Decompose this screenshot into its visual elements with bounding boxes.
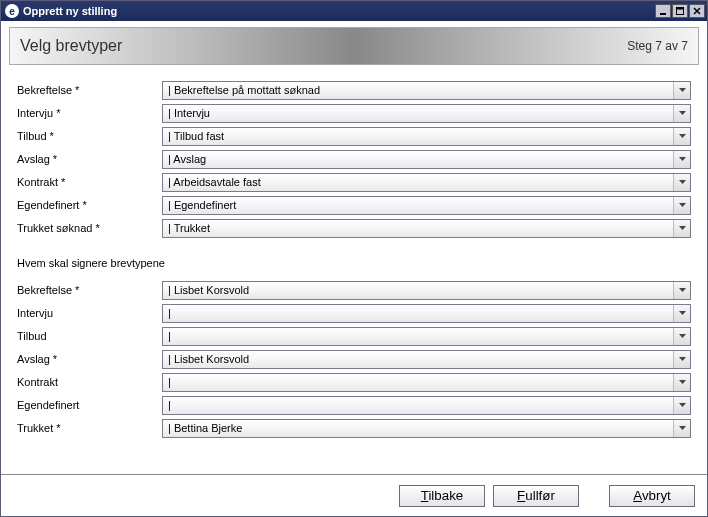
- lettertype-3-row: Avslag * | Avslag: [17, 148, 691, 170]
- signer-0-row: Bekreftelse * | Lisbet Korsvold: [17, 279, 691, 301]
- signer-6-combo[interactable]: | Bettina Bjerke: [162, 419, 691, 438]
- chevron-down-icon: [673, 82, 690, 99]
- cancel-button[interactable]: Avbryt: [609, 485, 695, 507]
- signer-2-row: Tilbud |: [17, 325, 691, 347]
- chevron-down-icon: [673, 197, 690, 214]
- lettertype-3-label: Avslag *: [17, 153, 162, 165]
- signer-4-label: Kontrakt: [17, 376, 162, 388]
- lettertype-0-combo[interactable]: | Bekreftelse på mottatt søknad: [162, 81, 691, 100]
- chevron-down-icon: [673, 105, 690, 122]
- signer-1-combo[interactable]: |: [162, 304, 691, 323]
- chevron-down-icon: [673, 328, 690, 345]
- chevron-down-icon: [673, 151, 690, 168]
- maximize-button[interactable]: [672, 4, 688, 18]
- signer-2-combo[interactable]: |: [162, 327, 691, 346]
- lettertype-5-label: Egendefinert *: [17, 199, 162, 211]
- app-icon: e: [5, 4, 19, 18]
- signer-1-row: Intervju |: [17, 302, 691, 324]
- lettertype-5-row: Egendefinert * | Egendefinert: [17, 194, 691, 216]
- chevron-down-icon: [673, 351, 690, 368]
- signer-1-label: Intervju: [17, 307, 162, 319]
- cancel-label-rest: vbryt: [642, 488, 671, 504]
- lettertype-0-value: | Bekreftelse på mottatt søknad: [163, 84, 673, 96]
- lettertype-2-label: Tilbud *: [17, 130, 162, 142]
- lettertype-4-label: Kontrakt *: [17, 176, 162, 188]
- lettertype-0-row: Bekreftelse * | Bekreftelse på mottatt s…: [17, 79, 691, 101]
- lettertype-1-row: Intervju * | Intervju: [17, 102, 691, 124]
- signer-0-label: Bekreftelse *: [17, 284, 162, 296]
- lettertype-4-row: Kontrakt * | Arbeidsavtale fast: [17, 171, 691, 193]
- window-title: Opprett ny stilling: [23, 5, 655, 17]
- lettertype-4-value: | Arbeidsavtale fast: [163, 176, 673, 188]
- svg-rect-2: [677, 8, 684, 10]
- chevron-down-icon: [673, 128, 690, 145]
- signer-6-value: | Bettina Bjerke: [163, 422, 673, 434]
- window-controls: [655, 4, 705, 18]
- lettertype-3-combo[interactable]: | Avslag: [162, 150, 691, 169]
- lettertype-3-value: | Avslag: [163, 153, 673, 165]
- svg-rect-0: [660, 13, 666, 15]
- signer-2-label: Tilbud: [17, 330, 162, 342]
- signer-3-combo[interactable]: | Lisbet Korsvold: [162, 350, 691, 369]
- sign-section-label: Hvem skal signere brevtypene: [17, 257, 691, 269]
- finish-label-rest: ullfør: [525, 488, 555, 504]
- dialog-window: e Opprett ny stilling Velg brevtyper Ste…: [0, 0, 708, 517]
- lettertype-1-value: | Intervju: [163, 107, 673, 119]
- lettertype-1-combo[interactable]: | Intervju: [162, 104, 691, 123]
- signer-4-row: Kontrakt |: [17, 371, 691, 393]
- lettertype-1-label: Intervju *: [17, 107, 162, 119]
- step-indicator: Steg 7 av 7: [627, 39, 688, 53]
- form-content: Bekreftelse * | Bekreftelse på mottatt s…: [1, 65, 707, 474]
- chevron-down-icon: [673, 420, 690, 437]
- close-button[interactable]: [689, 4, 705, 18]
- back-label-rest: ilbake: [428, 488, 463, 504]
- lettertype-2-value: | Tilbud fast: [163, 130, 673, 142]
- lettertype-0-label: Bekreftelse *: [17, 84, 162, 96]
- titlebar: e Opprett ny stilling: [1, 1, 707, 21]
- signer-3-row: Avslag * | Lisbet Korsvold: [17, 348, 691, 370]
- chevron-down-icon: [673, 397, 690, 414]
- signer-5-label: Egendefinert: [17, 399, 162, 411]
- wizard-header: Velg brevtyper Steg 7 av 7: [9, 27, 699, 65]
- signer-4-value: |: [163, 376, 673, 388]
- signer-4-combo[interactable]: |: [162, 373, 691, 392]
- chevron-down-icon: [673, 220, 690, 237]
- lettertype-6-value: | Trukket: [163, 222, 673, 234]
- lettertype-6-combo[interactable]: | Trukket: [162, 219, 691, 238]
- lettertype-2-combo[interactable]: | Tilbud fast: [162, 127, 691, 146]
- signer-3-label: Avslag *: [17, 353, 162, 365]
- page-title: Velg brevtyper: [20, 37, 627, 55]
- footer: Tilbake Fullfør Avbryt: [1, 474, 707, 516]
- chevron-down-icon: [673, 305, 690, 322]
- lettertype-4-combo[interactable]: | Arbeidsavtale fast: [162, 173, 691, 192]
- signer-0-combo[interactable]: | Lisbet Korsvold: [162, 281, 691, 300]
- lettertype-2-row: Tilbud * | Tilbud fast: [17, 125, 691, 147]
- minimize-button[interactable]: [655, 4, 671, 18]
- cancel-mnemonic: A: [633, 488, 642, 504]
- signer-5-combo[interactable]: |: [162, 396, 691, 415]
- signer-1-value: |: [163, 307, 673, 319]
- chevron-down-icon: [673, 374, 690, 391]
- finish-button[interactable]: Fullfør: [493, 485, 579, 507]
- signer-2-value: |: [163, 330, 673, 342]
- lettertype-5-value: | Egendefinert: [163, 199, 673, 211]
- signer-5-row: Egendefinert |: [17, 394, 691, 416]
- signer-3-value: | Lisbet Korsvold: [163, 353, 673, 365]
- chevron-down-icon: [673, 282, 690, 299]
- signer-5-value: |: [163, 399, 673, 411]
- lettertype-6-row: Trukket søknad * | Trukket: [17, 217, 691, 239]
- lettertype-5-combo[interactable]: | Egendefinert: [162, 196, 691, 215]
- signer-6-label: Trukket *: [17, 422, 162, 434]
- back-button[interactable]: Tilbake: [399, 485, 485, 507]
- signer-6-row: Trukket * | Bettina Bjerke: [17, 417, 691, 439]
- chevron-down-icon: [673, 174, 690, 191]
- signer-0-value: | Lisbet Korsvold: [163, 284, 673, 296]
- lettertype-6-label: Trukket søknad *: [17, 222, 162, 234]
